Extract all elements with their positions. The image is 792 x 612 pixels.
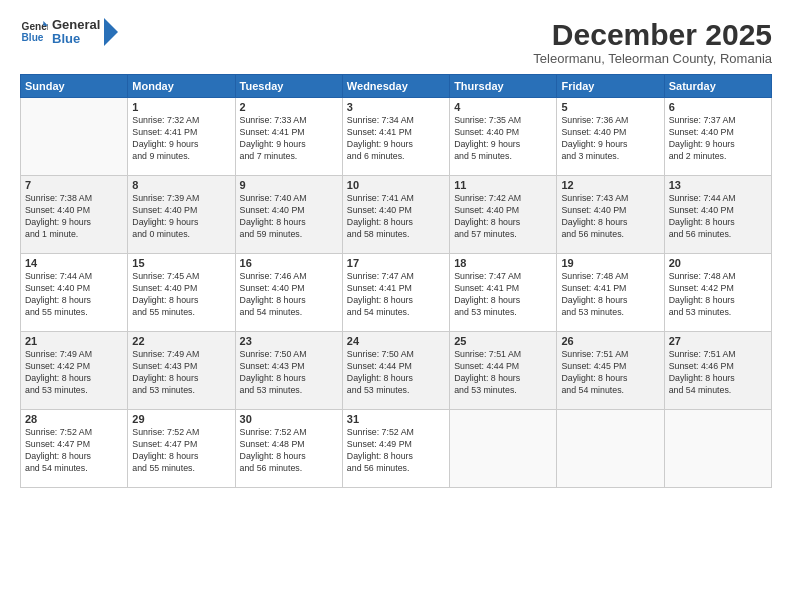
day-info: Sunrise: 7:46 AM Sunset: 4:40 PM Dayligh… [240,271,338,319]
month-title: December 2025 [533,18,772,51]
calendar-week-5: 28Sunrise: 7:52 AM Sunset: 4:47 PM Dayli… [21,410,772,488]
calendar-cell: 17Sunrise: 7:47 AM Sunset: 4:41 PM Dayli… [342,254,449,332]
svg-text:Blue: Blue [22,32,44,43]
day-number: 20 [669,257,767,269]
day-number: 10 [347,179,445,191]
day-number: 1 [132,101,230,113]
calendar-cell: 26Sunrise: 7:51 AM Sunset: 4:45 PM Dayli… [557,332,664,410]
day-info: Sunrise: 7:51 AM Sunset: 4:44 PM Dayligh… [454,349,552,397]
day-number: 24 [347,335,445,347]
day-number: 4 [454,101,552,113]
calendar-cell [450,410,557,488]
day-info: Sunrise: 7:51 AM Sunset: 4:45 PM Dayligh… [561,349,659,397]
calendar-week-2: 7Sunrise: 7:38 AM Sunset: 4:40 PM Daylig… [21,176,772,254]
calendar-cell: 11Sunrise: 7:42 AM Sunset: 4:40 PM Dayli… [450,176,557,254]
day-number: 13 [669,179,767,191]
day-info: Sunrise: 7:47 AM Sunset: 4:41 PM Dayligh… [454,271,552,319]
calendar-header-row: SundayMondayTuesdayWednesdayThursdayFrid… [21,75,772,98]
day-info: Sunrise: 7:52 AM Sunset: 4:47 PM Dayligh… [25,427,123,475]
day-number: 15 [132,257,230,269]
calendar-header-thursday: Thursday [450,75,557,98]
logo: General Blue General Blue [20,18,118,47]
calendar-cell: 6Sunrise: 7:37 AM Sunset: 4:40 PM Daylig… [664,98,771,176]
day-info: Sunrise: 7:49 AM Sunset: 4:42 PM Dayligh… [25,349,123,397]
day-info: Sunrise: 7:40 AM Sunset: 4:40 PM Dayligh… [240,193,338,241]
day-number: 28 [25,413,123,425]
day-info: Sunrise: 7:32 AM Sunset: 4:41 PM Dayligh… [132,115,230,163]
header: General Blue General Blue December 2025 … [20,18,772,66]
day-number: 31 [347,413,445,425]
day-info: Sunrise: 7:35 AM Sunset: 4:40 PM Dayligh… [454,115,552,163]
day-number: 5 [561,101,659,113]
calendar-header-friday: Friday [557,75,664,98]
day-info: Sunrise: 7:48 AM Sunset: 4:42 PM Dayligh… [669,271,767,319]
calendar-week-3: 14Sunrise: 7:44 AM Sunset: 4:40 PM Dayli… [21,254,772,332]
calendar-cell: 24Sunrise: 7:50 AM Sunset: 4:44 PM Dayli… [342,332,449,410]
calendar-cell: 22Sunrise: 7:49 AM Sunset: 4:43 PM Dayli… [128,332,235,410]
day-number: 16 [240,257,338,269]
day-info: Sunrise: 7:47 AM Sunset: 4:41 PM Dayligh… [347,271,445,319]
day-info: Sunrise: 7:44 AM Sunset: 4:40 PM Dayligh… [25,271,123,319]
calendar-cell: 31Sunrise: 7:52 AM Sunset: 4:49 PM Dayli… [342,410,449,488]
day-info: Sunrise: 7:43 AM Sunset: 4:40 PM Dayligh… [561,193,659,241]
calendar-cell: 5Sunrise: 7:36 AM Sunset: 4:40 PM Daylig… [557,98,664,176]
day-info: Sunrise: 7:52 AM Sunset: 4:48 PM Dayligh… [240,427,338,475]
day-number: 8 [132,179,230,191]
calendar-cell: 14Sunrise: 7:44 AM Sunset: 4:40 PM Dayli… [21,254,128,332]
calendar-cell: 25Sunrise: 7:51 AM Sunset: 4:44 PM Dayli… [450,332,557,410]
calendar-cell: 13Sunrise: 7:44 AM Sunset: 4:40 PM Dayli… [664,176,771,254]
day-number: 23 [240,335,338,347]
calendar-header-tuesday: Tuesday [235,75,342,98]
calendar-cell [664,410,771,488]
title-block: December 2025 Teleormanu, Teleorman Coun… [533,18,772,66]
day-info: Sunrise: 7:45 AM Sunset: 4:40 PM Dayligh… [132,271,230,319]
day-number: 26 [561,335,659,347]
calendar-cell: 28Sunrise: 7:52 AM Sunset: 4:47 PM Dayli… [21,410,128,488]
subtitle: Teleormanu, Teleorman County, Romania [533,51,772,66]
day-info: Sunrise: 7:48 AM Sunset: 4:41 PM Dayligh… [561,271,659,319]
day-info: Sunrise: 7:50 AM Sunset: 4:44 PM Dayligh… [347,349,445,397]
calendar-cell: 23Sunrise: 7:50 AM Sunset: 4:43 PM Dayli… [235,332,342,410]
svg-marker-3 [104,18,118,46]
day-number: 6 [669,101,767,113]
day-number: 11 [454,179,552,191]
day-number: 21 [25,335,123,347]
calendar-cell: 3Sunrise: 7:34 AM Sunset: 4:41 PM Daylig… [342,98,449,176]
calendar-cell: 15Sunrise: 7:45 AM Sunset: 4:40 PM Dayli… [128,254,235,332]
calendar-cell: 20Sunrise: 7:48 AM Sunset: 4:42 PM Dayli… [664,254,771,332]
calendar-cell: 19Sunrise: 7:48 AM Sunset: 4:41 PM Dayli… [557,254,664,332]
calendar-cell: 27Sunrise: 7:51 AM Sunset: 4:46 PM Dayli… [664,332,771,410]
day-info: Sunrise: 7:39 AM Sunset: 4:40 PM Dayligh… [132,193,230,241]
day-number: 27 [669,335,767,347]
calendar-cell: 1Sunrise: 7:32 AM Sunset: 4:41 PM Daylig… [128,98,235,176]
day-number: 25 [454,335,552,347]
day-number: 3 [347,101,445,113]
calendar-table: SundayMondayTuesdayWednesdayThursdayFrid… [20,74,772,488]
calendar-cell: 4Sunrise: 7:35 AM Sunset: 4:40 PM Daylig… [450,98,557,176]
logo-icon: General Blue [20,18,48,46]
day-info: Sunrise: 7:52 AM Sunset: 4:49 PM Dayligh… [347,427,445,475]
day-number: 9 [240,179,338,191]
day-number: 29 [132,413,230,425]
calendar-cell: 30Sunrise: 7:52 AM Sunset: 4:48 PM Dayli… [235,410,342,488]
day-number: 2 [240,101,338,113]
calendar-header-wednesday: Wednesday [342,75,449,98]
calendar-cell: 21Sunrise: 7:49 AM Sunset: 4:42 PM Dayli… [21,332,128,410]
main-container: General Blue General Blue December 2025 … [0,0,792,498]
calendar-cell: 18Sunrise: 7:47 AM Sunset: 4:41 PM Dayli… [450,254,557,332]
day-info: Sunrise: 7:49 AM Sunset: 4:43 PM Dayligh… [132,349,230,397]
logo-arrow-icon [104,18,118,46]
calendar-header-saturday: Saturday [664,75,771,98]
day-number: 22 [132,335,230,347]
day-number: 19 [561,257,659,269]
calendar-cell: 2Sunrise: 7:33 AM Sunset: 4:41 PM Daylig… [235,98,342,176]
calendar-cell [21,98,128,176]
day-info: Sunrise: 7:42 AM Sunset: 4:40 PM Dayligh… [454,193,552,241]
day-info: Sunrise: 7:33 AM Sunset: 4:41 PM Dayligh… [240,115,338,163]
calendar-header-sunday: Sunday [21,75,128,98]
logo-blue: Blue [52,32,100,46]
day-info: Sunrise: 7:51 AM Sunset: 4:46 PM Dayligh… [669,349,767,397]
day-info: Sunrise: 7:50 AM Sunset: 4:43 PM Dayligh… [240,349,338,397]
day-number: 7 [25,179,123,191]
calendar-cell: 16Sunrise: 7:46 AM Sunset: 4:40 PM Dayli… [235,254,342,332]
